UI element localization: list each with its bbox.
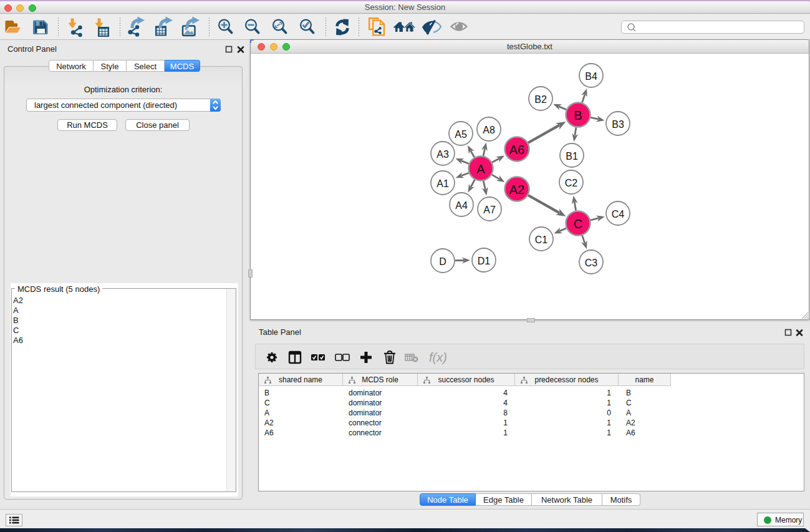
svg-text:C: C	[574, 217, 582, 231]
svg-text:C3: C3	[585, 258, 598, 268]
svg-text:C4: C4	[612, 209, 625, 220]
svg-text:A2: A2	[509, 183, 524, 196]
svg-text:B2: B2	[534, 94, 547, 105]
svg-text:B3: B3	[612, 119, 624, 130]
svg-text:f(x): f(x)	[429, 351, 447, 364]
svg-text:B4: B4	[585, 71, 597, 82]
svg-text:A4: A4	[455, 200, 468, 211]
svg-text:A: A	[476, 162, 485, 176]
svg-text:A1: A1	[436, 178, 449, 189]
svg-text:A7: A7	[483, 205, 496, 215]
svg-text:A3: A3	[436, 149, 449, 160]
svg-text:D: D	[439, 256, 446, 267]
svg-text:B: B	[574, 109, 582, 122]
svg-text:A6: A6	[509, 143, 524, 157]
svg-text:C2: C2	[565, 178, 578, 188]
svg-text:D1: D1	[478, 256, 491, 266]
svg-text:A5: A5	[455, 129, 467, 140]
svg-text:A8: A8	[483, 125, 495, 135]
svg-text:B1: B1	[566, 151, 578, 162]
svg-text:C1: C1	[535, 235, 548, 245]
